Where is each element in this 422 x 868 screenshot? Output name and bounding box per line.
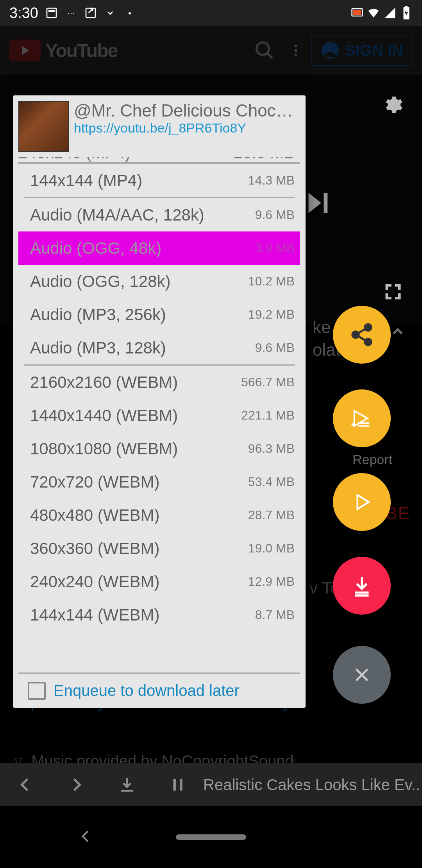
format-row[interactable]: 720x720 (WEBM)53.4 MB (18, 465, 300, 499)
notif-icon-2: ⋯ (65, 7, 77, 19)
format-row[interactable]: Audio (M4A/AAC, 128k)9.6 MB (18, 198, 300, 231)
back-button[interactable] (0, 763, 51, 806)
svg-rect-2 (86, 8, 95, 18)
close-icon (352, 665, 372, 685)
svg-rect-17 (180, 779, 182, 791)
format-row-size: 3.9 MB (255, 241, 295, 255)
format-row-label: 2160x2160 (WEBM) (30, 373, 178, 392)
format-row-label: 1080x1080 (WEBM) (30, 439, 178, 458)
download-icon (350, 574, 374, 597)
format-row-label: 1440x1440 (WEBM) (30, 406, 178, 425)
svg-rect-6 (405, 6, 408, 8)
format-row[interactable]: Audio (MP3, 128k)9.6 MB (18, 331, 300, 364)
format-row-label: Audio (OGG, 48k) (30, 239, 161, 258)
enqueue-checkbox[interactable] (28, 682, 46, 700)
play-fab[interactable] (333, 473, 391, 531)
dialog-header: @Mr. Chef Delicious Choco… https://youtu… (13, 95, 306, 157)
format-row-size: 19.2 MB (248, 307, 295, 322)
share-icon (349, 322, 374, 347)
format-row-size: 14.3 MB (248, 173, 295, 188)
format-row-label: Audio (MP3, 256k) (30, 305, 166, 324)
format-row[interactable]: Audio (OGG, 48k)3.9 MB (18, 231, 300, 265)
close-fab[interactable] (333, 646, 391, 704)
bottom-toolbar: Realistic Cakes Looks Like Ev.. (0, 763, 422, 806)
dialog-footer: Enqueue to download later (18, 673, 300, 708)
format-row-label: 240x240 (WEBM) (30, 572, 159, 591)
status-bar: 3:30 ⋯ ● (0, 0, 422, 26)
svg-rect-1 (48, 10, 55, 12)
report-label: Report (352, 452, 392, 467)
format-row[interactable]: 1080x1080 (WEBM)96.3 MB (18, 432, 300, 465)
dialog-thumbnail (18, 101, 69, 152)
svg-point-14 (352, 332, 359, 338)
format-row-label: 360x360 (WEBM) (30, 539, 159, 558)
collapse-caret-icon[interactable] (389, 323, 406, 342)
dialog-url[interactable]: https://youtu.be/j_8PR6Tio8Y (74, 120, 301, 136)
format-row[interactable]: Audio (OGG, 128k)10.2 MB (18, 265, 300, 298)
wifi-icon (367, 7, 380, 19)
status-time: 3:30 (9, 5, 38, 22)
format-row-label: 144x144 (MP4) (30, 171, 142, 190)
format-row-label: Audio (MP3, 128k) (30, 339, 166, 357)
format-row-size: 19.0 MB (248, 541, 295, 556)
nav-back-button[interactable] (78, 829, 94, 846)
format-row[interactable]: 2160x2160 (WEBM)566.7 MB (18, 366, 300, 399)
svg-point-15 (365, 339, 371, 345)
playlist-add-icon (350, 407, 373, 430)
svg-rect-16 (173, 779, 176, 791)
download-dialog: @Mr. Chef Delicious Choco… https://youtu… (13, 95, 306, 708)
download-icon (104, 7, 116, 19)
format-row[interactable]: 360x360 (WEBM)19.0 MB (18, 532, 300, 565)
dialog-title: @Mr. Chef Delicious Choco… (74, 101, 301, 120)
format-row-size: 9.6 MB (255, 208, 295, 222)
format-row[interactable]: 1440x1440 (WEBM)221.1 MB (18, 399, 300, 432)
format-row-size: 12.9 MB (248, 574, 295, 589)
format-row-cut[interactable]: 240x240 (MP4) 20.0 MB (18, 157, 300, 163)
format-row-label: 480x480 (WEBM) (30, 506, 159, 525)
enqueue-label[interactable]: Enqueue to download later (54, 682, 240, 699)
notif-icon-1 (45, 7, 58, 19)
svg-rect-0 (47, 8, 56, 18)
format-row[interactable]: 144x144 (MP4)14.3 MB (18, 164, 300, 197)
play-icon (351, 491, 372, 513)
format-row-size: 10.2 MB (248, 274, 295, 289)
svg-rect-4 (353, 10, 361, 15)
format-row-label: Audio (OGG, 128k) (30, 272, 170, 291)
format-row[interactable]: Audio (MP3, 256k)19.2 MB (18, 298, 300, 331)
notif-dot-icon: ● (123, 7, 136, 19)
system-nav-bar (0, 806, 422, 868)
format-row-size: 566.7 MB (241, 375, 295, 389)
format-row-label: 720x720 (WEBM) (30, 473, 159, 491)
format-row-size: 96.3 MB (248, 441, 295, 456)
download-button[interactable] (102, 763, 152, 806)
format-row-label: Audio (M4A/AAC, 128k) (30, 206, 204, 224)
signal-icon (384, 7, 396, 19)
format-row-label: 144x144 (WEBM) (30, 606, 159, 624)
cast-icon (351, 7, 363, 19)
notif-icon-3 (84, 7, 97, 19)
format-row-size: 28.7 MB (248, 508, 295, 522)
now-playing-title[interactable]: Realistic Cakes Looks Like Ev.. (203, 776, 422, 794)
playlist-fab[interactable] (333, 389, 391, 447)
settings-button[interactable] (381, 94, 403, 117)
format-row[interactable]: 240x240 (WEBM)12.9 MB (18, 565, 300, 598)
format-row-size: 53.4 MB (248, 475, 295, 489)
format-row-size: 221.1 MB (241, 408, 295, 423)
format-row[interactable]: 144x144 (WEBM)8.7 MB (18, 598, 300, 631)
svg-point-13 (365, 324, 371, 330)
nav-home-pill[interactable] (176, 834, 246, 840)
share-fab[interactable] (333, 306, 391, 364)
format-row-size: 9.6 MB (255, 341, 295, 355)
format-row-size: 8.7 MB (255, 608, 295, 622)
battery-icon (400, 7, 413, 19)
format-list[interactable]: 144x144 (MP4)14.3 MB Audio (M4A/AAC, 128… (18, 163, 300, 673)
forward-button[interactable] (51, 763, 102, 806)
fullscreen-button[interactable] (383, 282, 403, 303)
pause-button[interactable] (152, 763, 203, 806)
format-row[interactable]: 480x480 (WEBM)28.7 MB (18, 499, 300, 532)
download-fab[interactable] (333, 557, 391, 615)
